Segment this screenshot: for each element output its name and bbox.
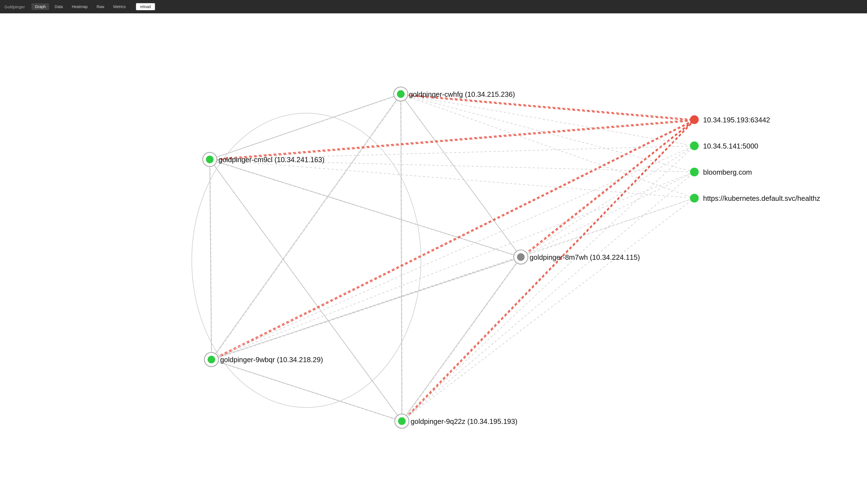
svg-line-25 <box>401 94 694 172</box>
node-cwhfg-inner[interactable] <box>397 90 405 98</box>
svg-line-18 <box>211 360 402 421</box>
node-label-ext2: 10.34.5.141:5000 <box>703 142 758 150</box>
node-label-9wbqr: goldpinger-9wbqr (10.34.218.29) <box>220 356 323 363</box>
nav-raw[interactable]: Raw <box>93 3 108 10</box>
nav-metrics[interactable]: Metrics <box>110 3 129 10</box>
svg-line-15 <box>210 160 402 421</box>
node-ext1[interactable] <box>690 116 698 124</box>
svg-line-38 <box>402 198 694 421</box>
edge-red-8m7wh-ext1 <box>521 120 694 257</box>
svg-line-31 <box>521 172 694 257</box>
svg-line-26 <box>401 94 694 198</box>
graph-area: goldpinger-cwhfg (10.34.215.236) goldpin… <box>0 13 867 504</box>
svg-line-24 <box>401 94 694 146</box>
reload-button[interactable]: reload <box>136 3 155 10</box>
svg-line-23 <box>402 121 694 422</box>
svg-line-4 <box>210 160 521 258</box>
node-label-ext4: https://kubernetes.default.svc/healthz <box>703 195 820 202</box>
edge-red-9q22z-ext1 <box>402 120 694 421</box>
node-label-ext3: bloomberg.com <box>703 168 752 176</box>
svg-line-7 <box>212 258 521 360</box>
edge-solid-cwhfg-cm9cl <box>210 94 401 160</box>
svg-line-2 <box>212 95 401 360</box>
svg-line-13 <box>210 160 521 257</box>
node-cm9cl-inner[interactable] <box>206 156 214 163</box>
node-8m7wh-inner[interactable] <box>517 253 525 261</box>
svg-line-14 <box>210 160 211 359</box>
node-9q22z-inner[interactable] <box>398 417 406 425</box>
svg-line-37 <box>402 172 694 421</box>
node-label-cm9cl: goldpinger-cm9cl (10.34.241.163) <box>218 156 325 164</box>
node-ext4[interactable] <box>690 194 698 202</box>
svg-line-36 <box>402 146 694 421</box>
network-graph: goldpinger-cwhfg (10.34.215.236) goldpin… <box>0 13 867 504</box>
node-ext3[interactable] <box>690 168 698 176</box>
node-9wbqr-inner[interactable] <box>208 356 215 363</box>
nav-graph[interactable]: Graph <box>31 3 49 10</box>
node-label-8m7wh: goldpinger-8m7wh (10.34.224.115) <box>529 253 640 261</box>
node-label-cwhfg: goldpinger-cwhfg (10.34.215.236) <box>409 90 515 98</box>
svg-line-35 <box>211 198 694 359</box>
node-ext2[interactable] <box>690 142 698 150</box>
svg-line-11 <box>211 94 401 360</box>
nav-data[interactable]: Data <box>51 3 66 10</box>
svg-line-20 <box>210 121 694 161</box>
nav-heatmap[interactable]: Heatmap <box>68 3 91 10</box>
node-label-ext1: 10.34.195.193:63442 <box>703 116 770 124</box>
svg-line-8 <box>402 258 521 422</box>
edge-red-cm9cl-ext1 <box>210 120 694 160</box>
svg-line-9 <box>212 360 402 422</box>
app-title: Goldpinger <box>4 4 25 9</box>
navbar: Goldpinger Graph Data Heatmap Raw Metric… <box>0 0 867 13</box>
node-label-9q22z: goldpinger-9q22z (10.34.195.193) <box>411 417 517 425</box>
svg-line-19 <box>401 95 694 121</box>
svg-line-34 <box>211 172 694 359</box>
